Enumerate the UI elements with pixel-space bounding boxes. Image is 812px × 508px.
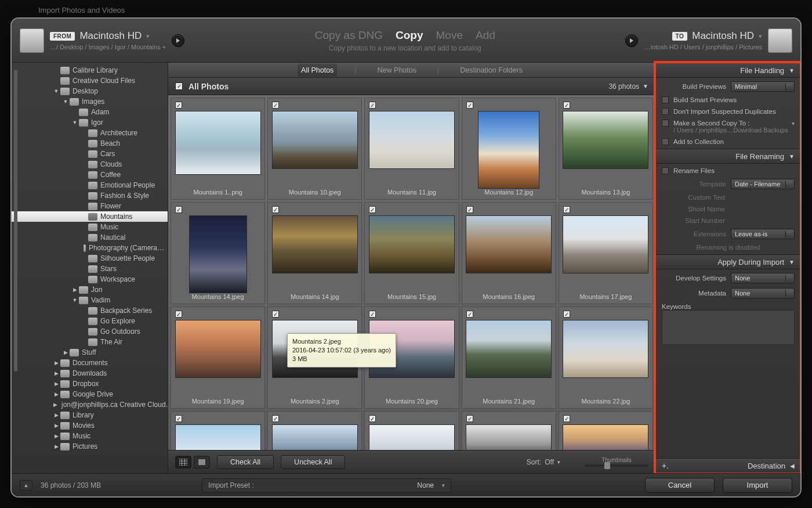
tree-item[interactable]: Music	[12, 222, 168, 232]
thumbnail-checkbox[interactable]: ✓	[369, 415, 376, 422]
thumbnail-cell[interactable]: ✓Mountains 21.jpeg	[462, 307, 556, 409]
grid-view-button[interactable]	[175, 456, 191, 469]
thumbnail-image[interactable]	[563, 111, 648, 169]
template-select[interactable]: Date - Filename	[731, 179, 795, 189]
disclosure-icon[interactable]: ▶	[53, 391, 59, 397]
keywords-input[interactable]	[662, 310, 795, 345]
tree-item[interactable]: ▶Stuff	[12, 347, 168, 358]
extensions-select[interactable]: Leave as-is	[731, 229, 795, 239]
tree-item[interactable]: ▶Movies	[12, 420, 168, 431]
tree-item[interactable]: Stars	[12, 264, 168, 274]
destination-volume[interactable]: Macintosh HD	[692, 30, 754, 42]
disclosure-icon[interactable]: ▶	[53, 423, 59, 428]
thumbnail-checkbox[interactable]: ✓	[466, 102, 473, 109]
tree-item[interactable]: Silhouette People	[12, 253, 168, 264]
source-forward-button[interactable]	[172, 34, 184, 47]
thumbnail-checkbox[interactable]: ✓	[563, 206, 570, 213]
thumbnail-checkbox[interactable]: ✓	[466, 311, 473, 318]
thumbnail-cell[interactable]: ✓Mountains 13.jpg	[559, 98, 653, 200]
tree-item[interactable]: Nautical	[12, 232, 168, 243]
tree-item[interactable]: Photography (Camera…	[12, 243, 168, 253]
thumbnail-image[interactable]	[563, 320, 648, 378]
thumbnail-image[interactable]	[563, 424, 648, 450]
thumbnail-image[interactable]	[272, 424, 358, 450]
tree-item[interactable]: Emotional People	[12, 180, 168, 190]
thumbnail-checkbox[interactable]: ✓	[563, 102, 570, 109]
tree-item[interactable]: ▶Documents	[12, 358, 168, 368]
tree-item[interactable]: ▶Downloads	[12, 368, 168, 379]
no-duplicates-checkbox[interactable]	[662, 108, 669, 115]
thumbnail-checkbox[interactable]: ✓	[369, 102, 376, 109]
uncheck-all-button[interactable]: Uncheck All	[281, 455, 345, 469]
thumbnail-cell[interactable]: ✓Mountains 14.jpg	[267, 202, 362, 304]
thumbnail-cell[interactable]: ✓	[171, 411, 265, 450]
thumbnail-image[interactable]	[175, 320, 261, 378]
thumbnail-checkbox[interactable]: ✓	[272, 206, 279, 213]
add-subfolder-button[interactable]: +.	[662, 461, 669, 470]
tree-item[interactable]: ▶Google Drive	[12, 389, 168, 399]
mode-add[interactable]: Add	[476, 29, 495, 42]
disclosure-icon[interactable]: ▼	[63, 99, 68, 105]
disclosure-icon[interactable]: ▼	[72, 120, 78, 125]
import-preset[interactable]: Import Preset : None ▾	[202, 478, 451, 492]
thumbnail-cell[interactable]: ✓	[267, 411, 362, 450]
thumbnail-cell[interactable]: ✓Mountains 14.jpeg	[171, 202, 265, 304]
thumbnail-checkbox[interactable]: ✓	[369, 206, 376, 213]
thumbnail-cell[interactable]: ✓	[559, 411, 653, 450]
tree-item[interactable]: Go Explore	[12, 316, 168, 326]
thumbnail-checkbox[interactable]: ✓	[175, 206, 182, 213]
thumbnail-cell[interactable]: ✓Mountains 17.jpeg	[559, 202, 653, 304]
thumbnail-checkbox[interactable]: ✓	[466, 206, 473, 213]
thumbnail-cell[interactable]: ✓	[462, 411, 556, 450]
tree-item[interactable]: Calibre Library	[12, 65, 168, 75]
thumbnail-size-slider[interactable]	[585, 464, 648, 467]
thumbnail-image[interactable]	[466, 215, 552, 273]
loupe-view-button[interactable]	[194, 456, 210, 469]
thumbnail-image[interactable]	[369, 424, 455, 450]
tree-item[interactable]: ▼Images	[12, 96, 168, 107]
file-handling-header[interactable]: File Handling ▼	[656, 63, 800, 78]
left-scrollbar[interactable]	[14, 70, 17, 372]
thumbnail-image[interactable]	[369, 111, 455, 169]
thumbnail-image[interactable]	[478, 111, 539, 189]
tree-item[interactable]: ▼Desktop	[12, 86, 168, 96]
tab-new-photos[interactable]: New Photos	[374, 64, 420, 77]
thumbnail-checkbox[interactable]: ✓	[272, 311, 279, 318]
thumbnail-cell[interactable]: ✓Mountains 12.jpg	[462, 98, 556, 200]
thumbnail-checkbox[interactable]: ✓	[175, 311, 182, 318]
tree-item[interactable]: Mountains	[12, 211, 168, 222]
destination-header[interactable]: +. Destination ◀	[656, 458, 800, 473]
thumbnail-cell[interactable]: ✓Mountains 11.jpg	[364, 98, 459, 200]
thumbnail-cell[interactable]: ✓Mountains 1..png	[171, 98, 265, 200]
tree-item[interactable]: ▶Dropbox	[12, 379, 168, 389]
thumbnail-checkbox[interactable]: ✓	[175, 415, 182, 422]
tree-item[interactable]: ▶Pictures	[12, 441, 168, 452]
mode-move[interactable]: Move	[436, 29, 463, 42]
thumbnail-image[interactable]	[272, 215, 358, 273]
thumbnail-image[interactable]	[466, 320, 552, 378]
disclosure-icon[interactable]: ▶	[53, 402, 57, 408]
tree-item[interactable]: ▶jon@jonphillips.ca Creative Cloud…	[12, 399, 168, 410]
tab-all-photos[interactable]: All Photos	[298, 64, 337, 77]
tab-destination-folders[interactable]: Destination Folders	[456, 64, 526, 77]
disclosure-icon[interactable]: ▶	[53, 370, 59, 376]
smart-previews-checkbox[interactable]	[662, 96, 669, 103]
metadata-select[interactable]: None	[731, 288, 795, 298]
thumbnail-grid[interactable]: ✓Mountains 1..png✓Mountains 10.jpeg✓Moun…	[168, 95, 655, 450]
grid-collapse-icon[interactable]: ▼	[643, 83, 648, 89]
thumbnail-cell[interactable]: ✓	[364, 411, 459, 450]
add-collection-checkbox[interactable]	[662, 138, 669, 145]
thumbnail-checkbox[interactable]: ✓	[466, 415, 473, 422]
disclosure-icon[interactable]: ▶	[53, 381, 59, 387]
destination-forward-button[interactable]	[625, 34, 638, 47]
cancel-button[interactable]: Cancel	[645, 478, 715, 493]
tree-item[interactable]: ▶Music	[12, 431, 168, 441]
folder-tree[interactable]: Calibre LibraryCreative Cloud Files▼Desk…	[12, 63, 168, 473]
thumbnail-image[interactable]	[175, 111, 261, 175]
disclosure-icon[interactable]: ▼	[53, 88, 59, 94]
tree-item[interactable]: Flower	[12, 201, 168, 211]
thumbnail-image[interactable]	[466, 424, 552, 450]
apply-during-import-header[interactable]: Apply During Import ▼	[656, 254, 800, 269]
disclosure-icon[interactable]: ▶	[72, 287, 78, 293]
thumbnail-image[interactable]	[563, 215, 648, 273]
